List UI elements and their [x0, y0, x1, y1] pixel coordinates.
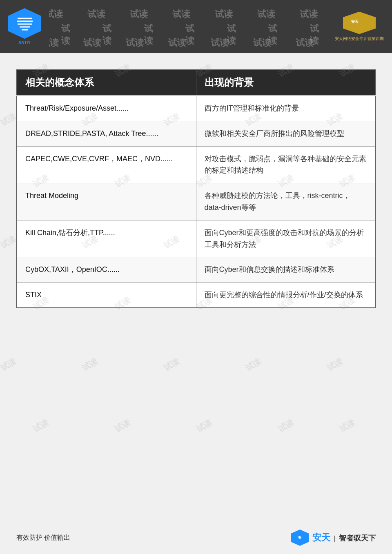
table-header-row: 相关的概念体系 出现的背景	[17, 70, 375, 96]
table-cell-left: DREAD,STRIDE,PASTA, Attack Tree......	[17, 121, 196, 146]
table-row: Threat/Risk/Exposure/Asset......西方的IT管理和…	[17, 96, 375, 121]
table-cell-left: CybOX,TAXII，OpenIOC......	[17, 257, 196, 283]
table-cell-right: 各种威胁建模的方法论，工具，risk-centric，data-driven等等	[196, 183, 375, 220]
col2-header: 出现的背景	[196, 70, 375, 96]
logo-area: ANTIY	[0, 0, 49, 53]
footer-brand: 安 安天 | 智者驭天下	[291, 530, 376, 546]
table-cell-right: 面向Cyber和更高强度的攻击和对抗的场景的分析工具和分析方法	[196, 220, 375, 257]
footer-brand-name: 安天 | 智者驭天下	[312, 532, 376, 544]
table-cell-left: STIX	[17, 283, 196, 308]
logo-icon	[13, 12, 36, 35]
watermark-row-1: 试读 试读 试读 试读 试读 试读 试读	[49, 8, 318, 20]
col1-header: 相关的概念体系	[17, 70, 196, 96]
footer-antiy-label: 安	[298, 536, 301, 540]
footer-logo-hexagon: 安	[291, 530, 309, 546]
brand-subtitle: 安天网络安全专训营第四期	[335, 36, 384, 42]
header-watermarks: 试读 试读 试读 试读 试读 试读 试读 试读 试读 试读 试读 试读 试读 试…	[49, 0, 327, 53]
concept-table: 相关的概念体系 出现的背景 Threat/Risk/Exposure/Asset…	[16, 69, 376, 308]
footer: 有效防护 价值输出 安 安天 | 智者驭天下	[0, 521, 392, 554]
brand-logo-hexagon: 安天	[343, 12, 376, 34]
antiy-label: ANTIY	[18, 40, 31, 45]
header: ANTIY 试读 试读 试读 试读 试读 试读 试读 试读 试读 试读 试读 试…	[0, 0, 392, 53]
table-row: CAPEC,CWE,CVE,CVRF，MAEC，NVD......对攻击模式，脆…	[17, 146, 375, 183]
pipe-separator: |	[334, 535, 335, 542]
table-row: Threat Modeling各种威胁建模的方法论，工具，risk-centri…	[17, 183, 375, 220]
watermark-row-3: 试读 试读 试读 试读 试读 试读 试读	[49, 37, 314, 49]
table-cell-left: Threat/Risk/Exposure/Asset......	[17, 96, 196, 121]
table-cell-left: Threat Modeling	[17, 183, 196, 220]
logo-hexagon	[8, 8, 41, 39]
footer-text: 有效防护 价值输出	[16, 534, 70, 542]
main-content: 试读 试读 试读 试读 试读 试读 试读 试读 试读 试读 试读 试读 试读 试…	[0, 53, 392, 523]
table-cell-left: Kill Chain,钻石分析,TTP......	[17, 220, 196, 257]
table-cell-left: CAPEC,CWE,CVE,CVRF，MAEC，NVD......	[17, 146, 196, 183]
table-row: Kill Chain,钻石分析,TTP......面向Cyber和更高强度的攻击…	[17, 220, 375, 257]
table-cell-right: 对攻击模式，脆弱点，漏洞等各种基础的安全元素的标定和描述结构	[196, 146, 375, 183]
table-row: CybOX,TAXII，OpenIOC......面向Cyber和信息交换的描述…	[17, 257, 375, 283]
table-row: STIX面向更完整的综合性的情报分析/作业/交换的体系	[17, 283, 375, 308]
table-cell-right: 面向Cyber和信息交换的描述和标准体系	[196, 257, 375, 283]
header-brand: 安天 安天网络安全专训营第四期	[327, 0, 392, 53]
svg-text:安天: 安天	[351, 19, 359, 24]
table-row: DREAD,STRIDE,PASTA, Attack Tree......微软和…	[17, 121, 375, 146]
table-cell-right: 微软和相关安全厂商所推出的风险管理模型	[196, 121, 375, 146]
brand-logo-icon: 安天	[349, 15, 370, 31]
table-cell-right: 面向更完整的综合性的情报分析/作业/交换的体系	[196, 283, 375, 308]
table-cell-right: 西方的IT管理和标准化的背景	[196, 96, 375, 121]
